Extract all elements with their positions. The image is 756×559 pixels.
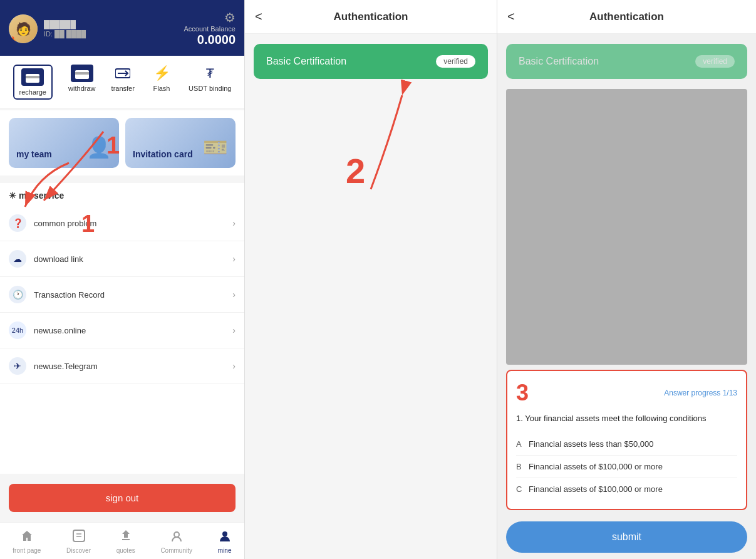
my-team-icon: 👤 [86, 135, 111, 159]
usdt-binding-button[interactable]: ₮ USDT binding [189, 65, 231, 100]
community-icon [170, 529, 184, 546]
quiz-section: 3 Answer progress 1/13 1. Your financial… [506, 370, 747, 511]
actions-row: recharge withdraw [0, 56, 244, 109]
account-header: 🧑 🔥 ██████ ID: ██ ████ ⚙ Account Balance… [0, 0, 244, 56]
option-letter-c: C [516, 484, 529, 494]
withdraw-button[interactable]: withdraw [68, 65, 95, 100]
transfer-icon [111, 65, 134, 82]
svg-rect-10 [122, 539, 130, 540]
right-back-button[interactable]: < [507, 9, 515, 24]
download-link-item[interactable]: ☁ download link › [0, 241, 244, 277]
mine-icon [218, 529, 232, 546]
quiz-question: 1. Your financial assets meet the follow… [516, 412, 737, 425]
nav-mine-label: mine [218, 547, 232, 554]
annotation-3: 3 [516, 380, 529, 406]
account-name: ██████ [44, 20, 86, 29]
avatar: 🧑 🔥 [9, 14, 38, 43]
right-title: Authentication [589, 11, 664, 23]
nav-community[interactable]: Community [160, 529, 192, 554]
nav-front-page[interactable]: front page [13, 529, 41, 554]
transfer-button[interactable]: transfer [111, 65, 135, 100]
svg-rect-7 [73, 530, 85, 541]
withdraw-label: withdraw [68, 85, 95, 92]
transaction-record-label: Transaction Record [34, 290, 232, 300]
middle-header: < Authentication [245, 0, 497, 34]
my-team-card[interactable]: my team 👤 [9, 118, 119, 168]
gear-icon[interactable]: ⚙ [224, 10, 236, 25]
usdt-label: USDT binding [189, 85, 231, 92]
option-text-b: Financial assets of $100,000 or more [529, 462, 737, 471]
option-text-a: Financial assets less than $50,000 [529, 439, 737, 449]
nav-quotes-label: quotes [117, 547, 135, 554]
flash-button[interactable]: ⚡ Flash [150, 65, 173, 100]
transaction-record-item[interactable]: 🕐 Transaction Record › [0, 277, 244, 313]
left-panel: 🧑 🔥 ██████ ID: ██ ████ ⚙ Account Balance… [0, 0, 244, 559]
annotation-2-area: 2 [245, 89, 497, 324]
answer-progress: Answer progress 1/13 [664, 389, 737, 397]
svg-text:2: 2 [346, 151, 365, 191]
quotes-icon [119, 529, 133, 546]
svg-rect-3 [75, 72, 89, 75]
recharge-button[interactable]: recharge [13, 65, 53, 100]
account-id: ID: ██ ████ [44, 30, 86, 38]
back-button[interactable]: < [255, 9, 262, 24]
option-text-c: Financial assets of $100,000 or more [529, 484, 737, 494]
right-verified-badge: verified [695, 55, 735, 68]
cert-banner[interactable]: Basic Certification verified [254, 44, 488, 79]
support-icon: 24h [9, 321, 26, 339]
service-header: ✳ my service [0, 183, 244, 206]
svg-point-12 [222, 531, 227, 536]
option-letter-b: B [516, 462, 529, 471]
chevron-right-icon-5: › [232, 361, 236, 371]
quiz-option-c[interactable]: C Financial assets of $100,000 or more [516, 478, 737, 500]
middle-empty-area [245, 324, 497, 559]
svg-point-11 [174, 532, 179, 537]
nav-community-label: Community [160, 547, 192, 554]
flash-label: Flash [153, 85, 170, 92]
invitation-label: Invitation card [133, 149, 193, 159]
newuse-telegram-item[interactable]: ✈ newuse.Telegram › [0, 348, 244, 384]
action-recharge-wrapper: recharge [13, 65, 53, 100]
common-problem-item[interactable]: ❓ common problem › [0, 206, 244, 241]
clock-icon: 🕐 [9, 286, 26, 303]
service-section: ✳ my service ❓ common problem › ☁ downlo… [0, 183, 244, 474]
nav-quotes[interactable]: quotes [117, 529, 135, 554]
nav-mine[interactable]: mine [218, 529, 232, 554]
transfer-label: transfer [111, 85, 135, 92]
nav-discover-label: Discover [66, 547, 91, 554]
chevron-right-icon-3: › [232, 290, 236, 300]
usdt-icon: ₮ [199, 65, 221, 82]
nav-discover[interactable]: Discover [66, 529, 91, 554]
quiz-header: 3 Answer progress 1/13 [516, 380, 737, 406]
flash-icon: ⚡ [150, 65, 173, 82]
cert-label: Basic Certification [266, 56, 346, 67]
chevron-right-icon-4: › [232, 325, 236, 335]
verified-badge: verified [436, 55, 475, 68]
middle-title: Authentication [334, 11, 408, 23]
question-icon: ❓ [9, 214, 26, 232]
gray-area [506, 89, 747, 365]
submit-button[interactable]: submit [506, 521, 747, 553]
option-letter-a: A [516, 439, 529, 449]
cards-row: my team 👤 Invitation card 🎫 [0, 110, 244, 175]
sign-out-button[interactable]: sign out [9, 484, 236, 512]
my-team-label: my team [16, 149, 52, 159]
telegram-icon: ✈ [9, 357, 26, 375]
recharge-label: recharge [19, 88, 46, 96]
invitation-card[interactable]: Invitation card 🎫 [125, 118, 236, 168]
chevron-right-icon-2: › [232, 254, 236, 264]
right-panel: < Authentication Basic Certification ver… [497, 0, 756, 559]
cloud-icon: ☁ [9, 250, 26, 268]
account-info: ██████ ID: ██ ████ [44, 20, 86, 38]
right-cert-banner[interactable]: Basic Certification verified [506, 44, 747, 79]
newuse-telegram-label: newuse.Telegram [34, 362, 232, 371]
quiz-option-a[interactable]: A Financial assets less than $50,000 [516, 433, 737, 456]
middle-panel: < Authentication Basic Certification ver… [244, 0, 497, 559]
quiz-option-b[interactable]: B Financial assets of $100,000 or more [516, 456, 737, 478]
newuse-online-label: newuse.online [34, 326, 232, 335]
newuse-online-item[interactable]: 24h newuse.online › [0, 313, 244, 348]
download-link-label: download link [34, 254, 232, 264]
invitation-icon: 🎫 [203, 135, 228, 159]
withdraw-icon [71, 65, 93, 82]
balance-label: Account Balance [184, 25, 236, 33]
